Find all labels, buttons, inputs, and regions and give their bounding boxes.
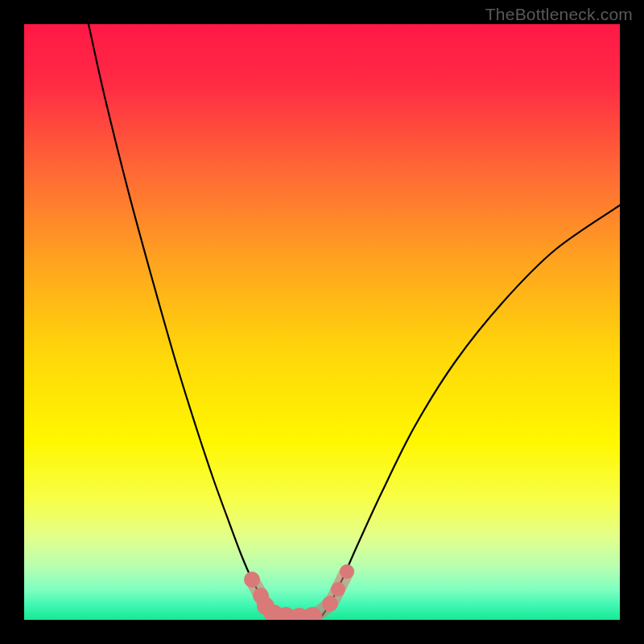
bead-marker <box>244 572 260 588</box>
chart-curves <box>24 24 620 620</box>
chart-frame <box>24 24 620 620</box>
series-right-curve <box>322 205 620 616</box>
bead-marker <box>322 596 338 612</box>
series-left-curve <box>89 24 274 616</box>
marker-group <box>244 564 354 620</box>
bead-marker <box>331 582 345 597</box>
watermark-text: TheBottleneck.com <box>485 5 633 24</box>
series-group <box>89 24 620 616</box>
bead-marker <box>340 564 354 579</box>
